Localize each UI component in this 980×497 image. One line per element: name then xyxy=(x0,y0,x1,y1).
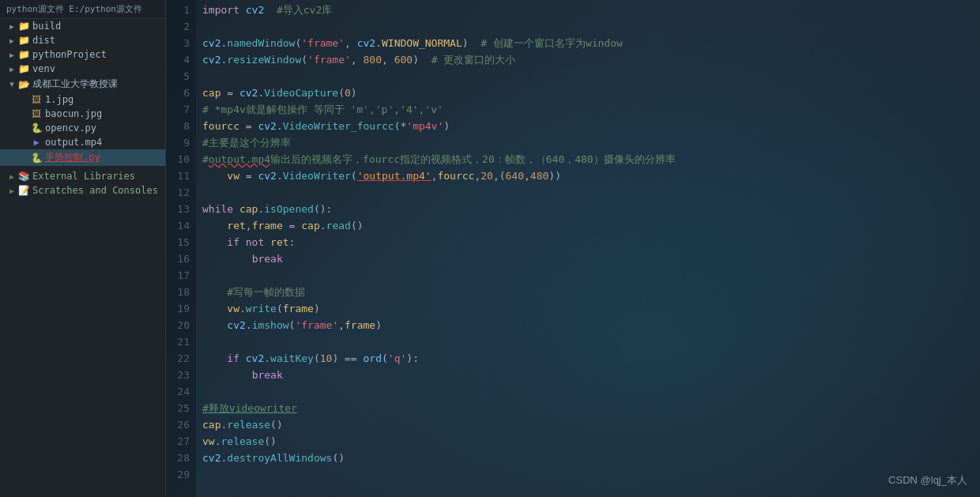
code-line-22: if cv2.waitKey(10) == ord('q'): xyxy=(202,350,974,367)
scratches-icon: 📝 xyxy=(17,185,30,196)
code-line-13: while cap.isOpened(): xyxy=(202,201,974,217)
folder-icon: 📁 xyxy=(17,63,30,74)
code-line-8: fourcc = cv2.VideoWriter_fourcc(*'mp4v') xyxy=(202,118,974,134)
mp4-file-icon: ▶ xyxy=(30,137,43,148)
code-line-1: import cv2 #导入cv2库 xyxy=(202,2,974,18)
sidebar-item-label: opencv.py xyxy=(45,122,96,134)
code-editor[interactable]: 12345 678910 1112131415 1617181920 21222… xyxy=(166,0,980,497)
code-line-5 xyxy=(202,68,974,85)
code-line-4: cv2.resizeWindow('frame', 800, 600) # 更改… xyxy=(202,51,974,68)
sidebar-header: python源文件 E:/python源文件 xyxy=(0,0,165,19)
code-line-15: if not ret: xyxy=(202,234,974,250)
sidebar: python源文件 E:/python源文件 ▶ 📁 build ▶ 📁 dis… xyxy=(0,0,166,497)
sidebar-item-label: dist xyxy=(32,35,55,46)
code-line-26: cap.release() xyxy=(202,416,974,433)
folder-icon: 📁 xyxy=(17,49,30,60)
code-line-2 xyxy=(202,18,974,35)
sidebar-item-shoushe[interactable]: 🐍 手势控制.py xyxy=(0,149,165,166)
code-line-7: # *mp4v就是解包操作 等同于 'm','p','4','v' xyxy=(202,101,974,118)
code-line-24 xyxy=(202,383,974,400)
folder-icon: 📁 xyxy=(17,21,30,32)
sidebar-item-label: 手势控制.py xyxy=(45,151,100,164)
code-line-17 xyxy=(202,267,974,284)
code-line-27: vw.release() xyxy=(202,433,974,450)
chevron-down-icon: ▼ xyxy=(6,80,17,88)
sidebar-item-output[interactable]: ▶ output.mp4 xyxy=(0,135,165,149)
code-line-21 xyxy=(202,333,974,350)
sidebar-item-opencv[interactable]: 🐍 opencv.py xyxy=(0,121,165,135)
chevron-right-icon: ▶ xyxy=(6,51,17,59)
sidebar-item-label: 成都工业大学教授课 xyxy=(32,77,118,91)
code-content[interactable]: import cv2 #导入cv2库 cv2.namedWindow('fram… xyxy=(196,0,980,497)
code-line-28: cv2.destroyAllWindows() xyxy=(202,450,974,466)
code-line-12 xyxy=(202,184,974,201)
module-token: cv2 xyxy=(246,2,264,18)
sidebar-item-1jpg[interactable]: 🖼 1.jpg xyxy=(0,92,165,107)
folder-open-icon: 📂 xyxy=(17,79,30,90)
sidebar-item-baocun[interactable]: 🖼 baocun.jpg xyxy=(0,107,165,121)
sidebar-item-build[interactable]: ▶ 📁 build xyxy=(0,19,165,33)
sidebar-item-label: build xyxy=(32,21,61,32)
sidebar-item-label: output.mp4 xyxy=(45,137,102,148)
code-line-11: vw = cv2.VideoWriter('output.mp4',fourcc… xyxy=(202,168,974,184)
keyword-token: import xyxy=(202,2,239,18)
code-line-16: break xyxy=(202,250,974,267)
sidebar-item-scratches[interactable]: ▶ 📝 Scratches and Consoles xyxy=(0,183,165,198)
line-numbers: 12345 678910 1112131415 1617181920 21222… xyxy=(166,0,196,497)
sidebar-item-label: pythonProject xyxy=(32,49,107,60)
code-line-20: cv2.imshow('frame',frame) xyxy=(202,317,974,333)
code-line-25: #释放videowriter xyxy=(202,400,974,416)
jpg-file-icon: 🖼 xyxy=(30,108,43,119)
sidebar-item-dist[interactable]: ▶ 📁 dist xyxy=(0,33,165,47)
code-line-14: ret,frame = cap.read() xyxy=(202,217,974,234)
chevron-right-icon: ▶ xyxy=(6,186,17,195)
chevron-right-icon: ▶ xyxy=(6,22,17,31)
code-line-29 xyxy=(202,466,974,483)
chevron-right-icon: ▶ xyxy=(6,172,17,181)
code-line-3: cv2.namedWindow('frame', cv2.WINDOW_NORM… xyxy=(202,35,974,51)
code-line-10: #output.mp4输出后的视频名字，fourcc指定的视频格式，20：帧数，… xyxy=(202,151,974,168)
sidebar-item-label: 1.jpg xyxy=(45,94,74,105)
sidebar-item-pythonproject[interactable]: ▶ 📁 pythonProject xyxy=(0,47,165,62)
chevron-right-icon: ▶ xyxy=(6,65,17,73)
sidebar-item-venv[interactable]: ▶ 📁 venv xyxy=(0,62,165,76)
folder-icon: 📁 xyxy=(17,35,30,46)
sidebar-item-chengdu[interactable]: ▼ 📂 成都工业大学教授课 xyxy=(0,76,165,92)
code-line-23: break xyxy=(202,367,974,383)
sidebar-item-label: venv xyxy=(32,63,55,74)
chevron-right-icon: ▶ xyxy=(6,36,17,45)
code-line-9: #主要是这个分辨率 xyxy=(202,134,974,151)
code-line-6: cap = cv2.VideoCapture(0) xyxy=(202,85,974,101)
sidebar-item-label: baocun.jpg xyxy=(45,108,102,119)
extlib-icon: 📚 xyxy=(17,171,30,182)
watermark: CSDN @lqj_本人 xyxy=(888,473,967,488)
code-line-19: vw.write(frame) xyxy=(202,300,974,317)
jpg-file-icon: 🖼 xyxy=(30,94,43,105)
py-file-icon: 🐍 xyxy=(30,122,43,134)
sidebar-item-label: Scratches and Consoles xyxy=(32,185,158,196)
comment-token: #导入cv2库 xyxy=(270,2,332,18)
sidebar-item-extlibs[interactable]: ▶ 📚 External Libraries xyxy=(0,169,165,183)
py-file-icon: 🐍 xyxy=(30,152,43,164)
code-line-18: #写每一帧的数据 xyxy=(202,284,974,300)
sidebar-item-label: External Libraries xyxy=(32,171,135,182)
